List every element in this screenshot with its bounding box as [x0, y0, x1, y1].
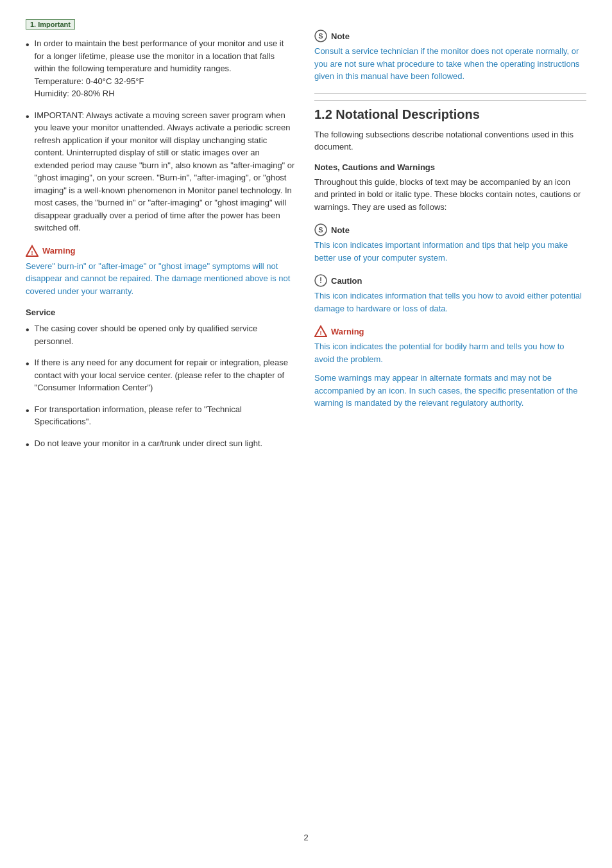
bullet-dot: •: [26, 404, 30, 428]
important-badge: 1. Important: [26, 19, 75, 30]
note-block-main: S Note This icon indicates important inf…: [314, 223, 586, 264]
note-header-main: S Note: [314, 223, 586, 236]
svg-text:!: !: [319, 276, 322, 285]
bullet-dot: •: [26, 358, 30, 394]
svg-text:S: S: [318, 226, 323, 234]
service-list: • The casing cover should be opened only…: [26, 322, 295, 451]
warning-block-left: ! Warning Severe" burn-in" or "after-ima…: [26, 245, 295, 298]
caution-label: Caution: [331, 276, 362, 286]
warning-label-right: Warning: [331, 327, 364, 336]
note-block-top: S Note Consult a service technician if t…: [314, 30, 586, 83]
right-column: S Note Consult a service technician if t…: [314, 19, 586, 813]
note-header-top: S Note: [314, 30, 586, 42]
section-divider: [314, 93, 586, 94]
bullet-dot: •: [26, 39, 30, 100]
list-item: • In order to maintain the best performa…: [26, 37, 295, 100]
warning-text-right-2: Some warnings may appear in alternate fo…: [314, 372, 586, 410]
warning-icon: !: [26, 245, 38, 257]
warning-block-right: ! Warning This icon indicates the potent…: [314, 325, 586, 410]
bullet-text-2: IMPORTANT: Always activate a moving scre…: [35, 109, 295, 234]
note-text-main: This icon indicates important informatio…: [314, 239, 586, 264]
list-item: • Do not leave your monitor in a car/tru…: [26, 437, 295, 451]
list-item: • For transportation information, please…: [26, 403, 295, 428]
bullet-dot: •: [26, 438, 30, 451]
main-bullet-list: • In order to maintain the best performa…: [26, 37, 295, 234]
notes-cautions-warnings-heading: Notes, Cautions and Warnings: [314, 162, 586, 172]
service-title: Service: [26, 308, 295, 317]
list-item: • If there is any need for any document …: [26, 356, 295, 394]
service-item-3: For transportation information, please r…: [35, 403, 295, 428]
svg-text:!: !: [320, 330, 322, 336]
caution-icon: !: [314, 274, 327, 287]
service-item-4: Do not leave your monitor in a car/trunk…: [35, 437, 263, 451]
service-item-1: The casing cover should be opened only b…: [35, 322, 295, 347]
list-item: • IMPORTANT: Always activate a moving sc…: [26, 109, 295, 234]
bullet-dot: •: [26, 324, 30, 347]
note-icon-top: S: [314, 30, 327, 42]
note-text-top: Consult a service technician if the moni…: [314, 45, 586, 83]
left-column: 1. Important • In order to maintain the …: [26, 19, 295, 813]
warning-text-left: Severe" burn-in" or "after-image" or "gh…: [26, 260, 295, 298]
bullet-text-1: In order to maintain the best performanc…: [35, 37, 295, 100]
notes-intro-text: Throughout this guide, blocks of text ma…: [314, 176, 586, 214]
intro-text: The following subsections describe notat…: [314, 128, 586, 153]
two-column-layout: 1. Important • In order to maintain the …: [26, 19, 586, 813]
svg-text:S: S: [318, 32, 323, 40]
warning-header: ! Warning: [26, 245, 295, 257]
warning-text-right-1: This icon indicates the potential for bo…: [314, 340, 586, 365]
section-heading: 1.2 Notational Descriptions: [314, 100, 586, 122]
warning-label-left: Warning: [42, 246, 76, 256]
warning-header-right: ! Warning: [314, 325, 586, 338]
note-icon-main: S: [314, 223, 327, 236]
note-label-main: Note: [331, 225, 350, 235]
svg-text:!: !: [31, 250, 33, 256]
page: 1. Important • In order to maintain the …: [0, 0, 612, 868]
bullet-dot: •: [26, 110, 30, 234]
list-item: • The casing cover should be opened only…: [26, 322, 295, 347]
caution-header: ! Caution: [314, 274, 586, 287]
note-label-top: Note: [331, 31, 350, 41]
service-item-2: If there is any need for any document fo…: [35, 356, 295, 394]
warning-icon-right: !: [314, 325, 327, 338]
page-number: 2: [26, 833, 586, 842]
caution-text: This icon indicates information that tel…: [314, 290, 586, 315]
caution-block: ! Caution This icon indicates informatio…: [314, 274, 586, 315]
